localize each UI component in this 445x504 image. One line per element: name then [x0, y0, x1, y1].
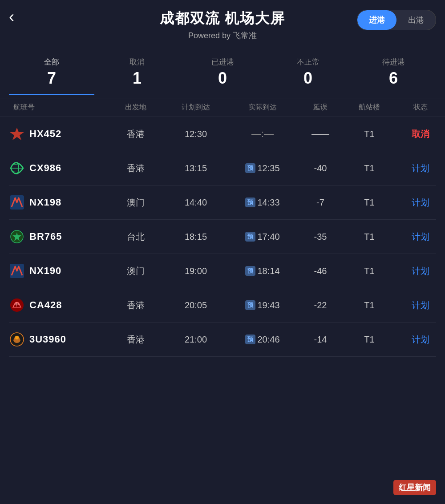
flight-delay: -40 — [298, 163, 343, 173]
flight-delay: -14 — [298, 335, 343, 345]
tab-group: 进港 出港 — [357, 10, 436, 30]
flight-scheduled: 20:05 — [165, 300, 227, 310]
flight-scheduled: 12:30 — [165, 129, 227, 139]
tab-departing[interactable]: 出港 — [396, 10, 436, 30]
flight-terminal: T1 — [343, 163, 396, 173]
pre-badge: 预 — [245, 266, 255, 276]
flight-terminal: T1 — [343, 266, 396, 276]
tab-arriving[interactable]: 进港 — [357, 10, 396, 30]
flight-actual: 预 14:33 — [227, 198, 298, 208]
flight-scheduled: 18:15 — [165, 232, 227, 242]
airline-icon-3u — [9, 331, 25, 347]
flight-scheduled: 21:00 — [165, 335, 227, 345]
pre-badge: 预 — [245, 198, 255, 207]
airline-icon-nx — [9, 194, 25, 210]
flight-num-cell: 中 CA428 — [9, 297, 107, 313]
stat-cancel-label: 取消 — [94, 57, 180, 67]
flight-status: 计划 — [396, 162, 445, 174]
flight-origin: 澳门 — [107, 265, 165, 277]
table-row: 中 CA428 香港 20:05 预 19:43 -22 T1 计划 — [9, 288, 436, 323]
table-row: 3U3960 香港 21:00 预 20:46 -14 T1 计划 — [9, 323, 436, 357]
flight-terminal: T1 — [343, 232, 396, 242]
pre-badge: 预 — [245, 232, 255, 242]
flight-actual: 预 12:35 — [227, 163, 298, 173]
svg-text:中: 中 — [15, 302, 19, 307]
stat-all-value: 7 — [9, 69, 94, 88]
col-actual: 实际到达 — [227, 103, 298, 112]
flight-actual: 预 20:46 — [227, 335, 298, 345]
flight-num-cell: HX452 — [9, 126, 107, 142]
svg-point-8 — [15, 336, 19, 339]
table-row: NX198 澳门 14:40 预 14:33 -7 T1 计划 — [9, 185, 436, 220]
flight-terminal: T1 — [343, 198, 396, 208]
flight-number: CX986 — [29, 162, 61, 174]
stat-abnormal[interactable]: 不正常 0 — [265, 53, 351, 95]
flight-num-cell: 3U3960 — [9, 331, 107, 347]
stat-arrived-label: 已进港 — [180, 57, 265, 67]
flight-delay: —— — [298, 129, 343, 139]
stat-abnormal-label: 不正常 — [265, 57, 351, 67]
flight-actual: 预 19:43 — [227, 300, 298, 310]
flight-scheduled: 19:00 — [165, 266, 227, 276]
col-terminal: 航站楼 — [343, 103, 396, 112]
flight-origin: 香港 — [107, 128, 165, 140]
stat-cancel[interactable]: 取消 1 — [94, 53, 180, 95]
stat-pending-label: 待进港 — [351, 57, 436, 67]
stat-pending-value: 6 — [351, 69, 436, 88]
col-delay: 延误 — [298, 103, 343, 112]
stat-all[interactable]: 全部 7 — [9, 53, 94, 95]
flight-delay: -7 — [298, 198, 343, 208]
page-title: 成都双流 机场大屏 — [160, 9, 286, 28]
flight-number: BR765 — [29, 231, 62, 242]
flight-actual: —:— — [227, 128, 298, 140]
watermark-area: 红星新闻 — [393, 480, 436, 495]
table-row: CX986 香港 13:15 预 12:35 -40 T1 计划 — [9, 151, 436, 185]
stats-row: 全部 7 取消 1 已进港 0 不正常 0 待进港 6 — [0, 45, 445, 95]
flight-number: NX198 — [29, 197, 61, 208]
flight-origin: 香港 — [107, 162, 165, 174]
flight-status: 计划 — [396, 334, 445, 346]
table-row: NX190 澳门 19:00 预 18:14 -46 T1 计划 — [9, 254, 436, 288]
flight-terminal: T1 — [343, 300, 396, 310]
stat-all-label: 全部 — [9, 57, 94, 67]
flight-delay: -35 — [298, 232, 343, 242]
airline-icon-ca: 中 — [9, 297, 25, 313]
flight-actual: 预 18:14 — [227, 266, 298, 276]
stat-abnormal-value: 0 — [265, 69, 351, 88]
airline-icon-br — [9, 229, 25, 245]
flights-list: HX452 香港 12:30 —:— —— T1 取消 CX986 香港 1 — [0, 117, 445, 357]
stat-pending[interactable]: 待进港 6 — [351, 53, 436, 95]
pre-badge: 预 — [245, 335, 255, 344]
column-headers: 航班号 出发地 计划到达 实际到达 延误 航站楼 状态 — [0, 98, 445, 117]
airline-icon-nx2 — [9, 263, 25, 279]
flight-status: 计划 — [396, 231, 445, 243]
flight-status: 计划 — [396, 299, 445, 311]
svg-marker-0 — [10, 128, 24, 140]
back-button[interactable]: ‹ — [9, 9, 14, 25]
flight-actual: 预 17:40 — [227, 232, 298, 242]
flight-origin: 台北 — [107, 231, 165, 243]
page-subtitle: Powered by 飞常准 — [160, 30, 286, 41]
stat-arrived[interactable]: 已进港 0 — [180, 53, 265, 95]
flight-origin: 澳门 — [107, 197, 165, 209]
flight-terminal: T1 — [343, 129, 396, 139]
table-row: HX452 香港 12:30 —:— —— T1 取消 — [9, 117, 436, 151]
flight-num-cell: CX986 — [9, 160, 107, 176]
flight-status: 计划 — [396, 197, 445, 209]
flight-origin: 香港 — [107, 299, 165, 311]
airline-icon-hx — [9, 126, 25, 142]
flight-num-cell: NX198 — [9, 194, 107, 210]
pre-badge: 预 — [245, 300, 255, 310]
flight-status: 计划 — [396, 265, 445, 277]
flight-num-cell: BR765 — [9, 229, 107, 245]
flight-delay: -22 — [298, 300, 343, 310]
flight-number: HX452 — [29, 128, 61, 140]
col-flight-num: 航班号 — [9, 103, 107, 112]
flight-terminal: T1 — [343, 335, 396, 345]
header-center: 成都双流 机场大屏 Powered by 飞常准 — [160, 9, 286, 41]
col-status: 状态 — [396, 103, 445, 112]
flight-delay: -46 — [298, 266, 343, 276]
stat-cancel-value: 1 — [94, 69, 180, 88]
airline-icon-cx — [9, 160, 25, 176]
flight-num-cell: NX190 — [9, 263, 107, 279]
